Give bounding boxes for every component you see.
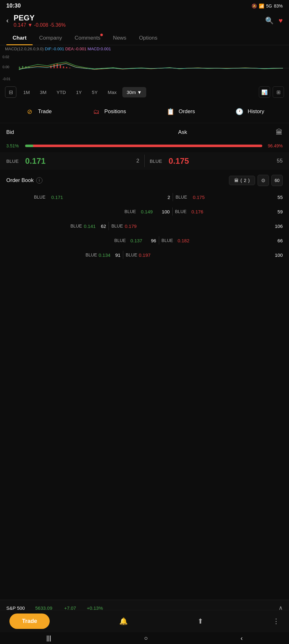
bid-ask-divider (144, 155, 145, 167)
bank-filter-icon: 🏛 (234, 178, 239, 183)
ticker-price: 0.147 (14, 22, 26, 28)
index-name: S&P 500 (6, 605, 31, 611)
bid-pct: 3.51% (6, 143, 22, 148)
more-icon: ⋮ (273, 617, 280, 625)
ask-qty-3: 106 (270, 223, 283, 229)
order-book-count-button[interactable]: 60 (271, 175, 283, 186)
ask-price-2: 0.176 (192, 209, 213, 214)
content-spacer (0, 262, 289, 369)
nav-back-button[interactable]: ‹ (241, 635, 243, 642)
chart-canvas[interactable]: 0.02 0.00 -0.01 (0, 52, 289, 84)
bid-label-1: BLUE (34, 195, 51, 200)
bid-qty-2: 100 (162, 209, 170, 214)
row-divider-4 (159, 236, 159, 245)
status-icons: 🔕 📶 5G 83% (252, 3, 283, 8)
tab-chart[interactable]: Chart (6, 31, 33, 45)
progress-section: 3.51% 96.49% (0, 142, 289, 150)
count-label: 60 (275, 178, 280, 183)
best-ask-price: 0.175 (169, 156, 270, 166)
svg-rect-11 (19, 67, 20, 68)
ticker-change: -0.008 (34, 22, 48, 28)
order-book-info-icon[interactable]: i (36, 177, 42, 184)
header: ‹ PEGY 0.147 ▼ -0.008 -5.36% 🔍 ♥ (0, 10, 289, 31)
ask-price-3: 0.179 (125, 223, 142, 229)
macd-label: MACD(12.0,26.0,9.0) DIF:-0.001 DEA:-0.00… (0, 45, 289, 52)
best-ask-label: BLUE (150, 158, 169, 164)
tab-company[interactable]: Company (33, 31, 68, 45)
bid-ask-header: Bid Ask 🏛 (6, 128, 283, 136)
time-1m-button[interactable]: 1M (19, 87, 34, 97)
index-change: +7.07 (64, 605, 83, 611)
trade-action[interactable]: ⊘ Trade (25, 107, 52, 117)
nav-menu-button[interactable]: ||| (46, 635, 51, 642)
ask-label-5: BLUE (126, 252, 139, 257)
header-actions: 🔍 ♥ (265, 17, 283, 25)
row-divider-1 (173, 193, 173, 201)
chart-type-button[interactable]: 📊 (259, 86, 270, 98)
svg-text:0.00: 0.00 (3, 65, 9, 69)
svg-rect-7 (60, 65, 61, 68)
mute-icon: 🔕 (252, 3, 257, 8)
ask-qty-1: 55 (270, 195, 283, 200)
trade-button[interactable]: Trade (9, 614, 50, 629)
bid-price-5: 0.134 (99, 252, 115, 258)
index-change-pct: +0.13% (87, 605, 275, 611)
history-label: History (247, 108, 264, 115)
ask-price-4: 0.182 (178, 238, 198, 243)
settings-icon: ⚙ (261, 178, 265, 184)
order-book-settings-button[interactable]: ⚙ (258, 175, 269, 186)
tab-options[interactable]: Options (133, 31, 164, 45)
time-ytd-button[interactable]: YTD (52, 87, 70, 97)
bid-label-4: BLUE (114, 238, 131, 243)
macd-dif: DIF:-0.001 (45, 47, 64, 51)
ask-label-3: BLUE (111, 223, 125, 228)
svg-rect-9 (66, 67, 67, 68)
bank-filter-count: ( (241, 178, 242, 183)
ask-price-5: 0.197 (139, 252, 155, 258)
favorite-icon[interactable]: ♥ (279, 17, 283, 25)
positions-icon: 🗂 (91, 107, 101, 117)
ask-label-2: BLUE (175, 209, 192, 214)
ticker-price-change: 0.147 ▼ -0.008 -5.36% (14, 22, 265, 28)
bid-qty-5: 91 (115, 252, 120, 258)
bid-ask-section: Bid Ask 🏛 (0, 123, 289, 142)
history-action[interactable]: 🕐 History (234, 107, 264, 117)
ask-label: Ask (178, 129, 187, 135)
bank-icon[interactable]: 🏛 (276, 128, 283, 136)
best-bid-label: BLUE (6, 158, 25, 164)
time-5y-button[interactable]: 5Y (87, 87, 102, 97)
tab-news[interactable]: News (107, 31, 133, 45)
time-interval-dropdown[interactable]: 30m ▼ (122, 87, 146, 97)
tab-comments[interactable]: Comments (68, 31, 107, 45)
notification-dot (100, 34, 103, 36)
row-divider-5 (123, 251, 123, 259)
nav-tabs: Chart Company Comments News Options (0, 31, 289, 45)
nav-home-button[interactable]: ○ (144, 635, 148, 642)
ticker-info: PEGY 0.147 ▼ -0.008 -5.36% (14, 14, 265, 28)
bid-price-3: 0.141 (84, 223, 101, 229)
ask-pct: 96.49% (265, 143, 283, 148)
time-3m-button[interactable]: 3M (36, 87, 51, 97)
orders-action[interactable]: 📋 Orders (165, 107, 195, 117)
search-icon[interactable]: 🔍 (265, 17, 274, 25)
bid-qty-1: 2 (73, 195, 170, 200)
bid-label-3: BLUE (70, 223, 84, 228)
order-book-rows: BLUE 0.171 2 BLUE 0.175 55 BLUE 0.149 10… (0, 190, 289, 262)
bid-qty-3: 62 (101, 223, 106, 229)
positions-action[interactable]: 🗂 Positions (91, 107, 126, 117)
more-button[interactable]: ⋮ (273, 617, 280, 625)
time-1y-button[interactable]: 1Y (72, 87, 86, 97)
time-max-button[interactable]: Max (103, 87, 121, 97)
bid-label: Bid (6, 129, 14, 135)
share-button[interactable]: ⬆ (197, 617, 203, 625)
back-button[interactable]: ‹ (6, 17, 8, 25)
row-divider-2 (172, 207, 173, 216)
macd-macd: MACD:0.001 (87, 47, 111, 51)
toggle-button[interactable]: ⊟ (5, 86, 16, 98)
svg-rect-12 (22, 66, 23, 68)
chart-indicator-button[interactable]: ⊞ (273, 86, 284, 98)
ticker-change-pct: -5.36% (50, 22, 66, 28)
bank-filter-button[interactable]: 🏛 (2) (229, 176, 255, 185)
alert-button[interactable]: 🔔 (119, 617, 128, 625)
order-book-header: Order Book i 🏛 (2) ⚙ 60 (0, 171, 289, 190)
